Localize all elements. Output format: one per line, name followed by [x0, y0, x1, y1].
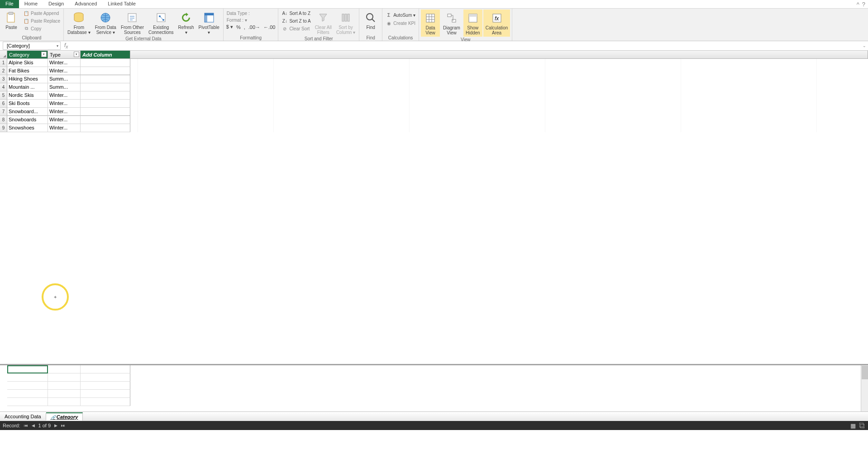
cell-empty[interactable]	[81, 100, 130, 108]
calc-cell[interactable]	[7, 382, 48, 390]
calculation-area-button[interactable]: fxCalculation Area	[483, 10, 510, 37]
calc-cell-selected[interactable]	[7, 365, 48, 373]
tab-design[interactable]: Design	[43, 0, 69, 8]
cell-category[interactable]: Snowboard...	[7, 108, 48, 116]
diagram-view-button[interactable]: Diagram View	[441, 10, 463, 37]
row-number[interactable]: 9	[0, 124, 7, 132]
from-data-service-button[interactable]: From Data Service ▾	[93, 10, 118, 36]
cell-type[interactable]: Summ...	[48, 83, 81, 91]
format-dropdown[interactable]: Format : ▾	[225, 17, 248, 23]
cell-category[interactable]: Ski Boots	[7, 100, 48, 108]
row-number[interactable]: 6	[0, 100, 7, 108]
column-header-category[interactable]: Category	[7, 51, 48, 58]
calc-cell[interactable]	[7, 373, 48, 382]
row-number[interactable]: 7	[0, 108, 7, 116]
decrease-decimal-button[interactable]: ←.00	[262, 24, 276, 30]
record-prev-button[interactable]: ◀	[32, 423, 35, 428]
row-number[interactable]: 3	[0, 75, 7, 83]
calc-cell[interactable]	[7, 390, 48, 398]
cell-empty[interactable]	[81, 116, 130, 124]
row-number[interactable]: 1	[0, 59, 7, 67]
calc-cell[interactable]	[81, 373, 130, 382]
name-box[interactable]: [Category]	[3, 42, 61, 50]
cell-empty[interactable]	[81, 83, 130, 91]
cell-empty[interactable]	[81, 75, 130, 83]
cell-empty[interactable]	[81, 91, 130, 100]
calc-cell[interactable]	[81, 382, 130, 390]
find-button[interactable]: Find	[361, 10, 380, 31]
cell-category[interactable]: Snowboards	[7, 116, 48, 124]
formula-input[interactable]	[72, 42, 861, 50]
cell-type[interactable]: Winter...	[48, 116, 81, 124]
cell-type[interactable]: Winter...	[48, 100, 81, 108]
vertical-scrollbar[interactable]	[861, 365, 868, 411]
pivottable-button[interactable]: PivotTable ▾	[197, 10, 221, 36]
cell-empty[interactable]	[81, 59, 130, 67]
record-first-button[interactable]: ⏮	[24, 423, 28, 428]
cell-type[interactable]: Winter...	[48, 108, 81, 116]
data-type-dropdown[interactable]: Data Type :	[225, 10, 251, 16]
refresh-button[interactable]: Refresh ▾	[176, 10, 196, 36]
cell-type[interactable]: Winter...	[48, 59, 81, 67]
cell-type[interactable]: Winter...	[48, 124, 81, 132]
cell-empty[interactable]	[81, 67, 130, 75]
from-other-sources-button[interactable]: From Other Sources	[119, 10, 146, 36]
cell-category[interactable]: Snowshoes	[7, 124, 48, 132]
column-header-type[interactable]: Type	[48, 51, 81, 58]
sort-a-to-z-button[interactable]: A↓Sort A to Z	[280, 10, 312, 17]
currency-button[interactable]: $ ▾	[225, 24, 234, 30]
tab-linked-table[interactable]: Linked Table	[102, 0, 141, 8]
cell-category[interactable]: Mountain ...	[7, 83, 48, 91]
filter-dropdown-category[interactable]	[41, 52, 47, 57]
record-next-button[interactable]: ▶	[54, 423, 57, 428]
percent-button[interactable]: %	[235, 24, 242, 30]
add-column-header[interactable]: Add Column	[81, 51, 130, 58]
calc-cell[interactable]	[48, 373, 81, 382]
calc-cell[interactable]	[48, 390, 81, 398]
cell-category[interactable]: Nordic Skis	[7, 91, 48, 100]
create-kpi-button[interactable]: ◉Create KPI	[384, 19, 417, 27]
grid-view-icon[interactable]: ▦	[850, 422, 856, 429]
formula-expand-icon[interactable]: ⌄	[861, 43, 868, 48]
calc-cell[interactable]	[81, 390, 130, 398]
clear-sort-button[interactable]: ⊘Clear Sort	[280, 25, 312, 32]
help-icon[interactable]: ?	[862, 1, 865, 8]
cell-category[interactable]: Hiking Shoes	[7, 75, 48, 83]
row-number[interactable]: 2	[0, 67, 7, 75]
sheet-tab-accounting-data[interactable]: Accounting Data	[0, 413, 46, 420]
sort-by-column-button[interactable]: Sort by Column ▾	[334, 10, 357, 36]
cell-category[interactable]: Alpine Skis	[7, 59, 48, 67]
data-view-button[interactable]: Data View	[421, 10, 440, 37]
row-number[interactable]: 4	[0, 83, 7, 91]
cell-empty[interactable]	[81, 124, 130, 132]
row-number[interactable]: 5	[0, 91, 7, 100]
cell-empty[interactable]	[81, 108, 130, 116]
clear-all-filters-button[interactable]: Clear All Filters	[313, 10, 334, 36]
tab-home[interactable]: Home	[19, 0, 43, 8]
row-number[interactable]: 8	[0, 116, 7, 124]
cell-type[interactable]: Summ...	[48, 75, 81, 83]
fx-icon[interactable]: fx	[61, 42, 72, 49]
calc-cell[interactable]	[48, 365, 81, 373]
sheet-tab-category[interactable]: 🔗Category	[46, 412, 83, 421]
comma-button[interactable]: ,	[243, 24, 246, 30]
copy-button[interactable]: ⧉Copy	[22, 25, 62, 32]
diagram-view-status-icon[interactable]: ⿻	[859, 422, 865, 429]
tab-file[interactable]: File	[0, 0, 19, 8]
autosum-button[interactable]: ΣAutoSum ▾	[384, 11, 417, 19]
calc-cell[interactable]	[81, 365, 130, 373]
paste-replace-button[interactable]: 📋Paste Replace	[22, 17, 62, 24]
calc-cell[interactable]	[7, 398, 48, 406]
calc-cell[interactable]	[81, 398, 130, 406]
paste-button[interactable]: Paste	[2, 10, 21, 31]
record-last-button[interactable]: ⏭	[61, 423, 65, 428]
from-database-button[interactable]: From Database ▾	[66, 10, 92, 36]
tab-advanced[interactable]: Advanced	[69, 0, 102, 8]
increase-decimal-button[interactable]: .00→	[248, 24, 261, 30]
paste-append-button[interactable]: 📋Paste Append	[22, 10, 62, 17]
scrollbar-thumb[interactable]	[862, 366, 868, 379]
existing-connections-button[interactable]: Existing Connections	[147, 10, 176, 36]
collapse-ribbon-icon[interactable]: ^	[857, 1, 859, 8]
calc-cell[interactable]	[48, 382, 81, 390]
cell-type[interactable]: Winter...	[48, 91, 81, 100]
